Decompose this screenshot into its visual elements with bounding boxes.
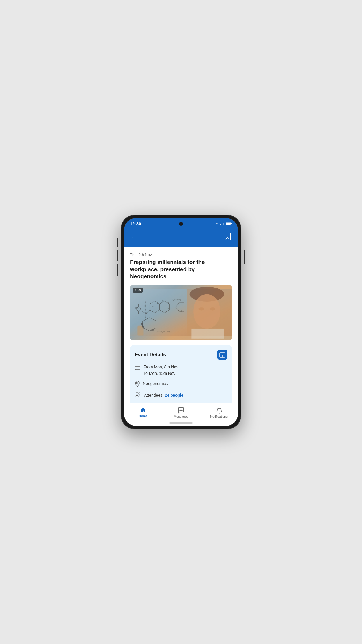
svg-rect-3 bbox=[224, 222, 224, 225]
svg-point-62 bbox=[182, 410, 182, 411]
bookmark-icon bbox=[224, 232, 231, 240]
location-icon bbox=[135, 381, 140, 388]
event-header: Thu, 9th Nov Preparing millennials for t… bbox=[124, 247, 238, 284]
svg-text:NH₂: NH₂ bbox=[180, 310, 184, 313]
svg-rect-6 bbox=[231, 223, 232, 224]
svg-rect-41 bbox=[191, 329, 224, 339]
event-attendees-row: Attendees: 24 people bbox=[135, 392, 227, 399]
home-indicator bbox=[169, 422, 193, 424]
svg-point-59 bbox=[138, 393, 140, 394]
event-dates-text: From Mon, 8th Nov To Mon, 15th Nov bbox=[143, 364, 178, 377]
svg-rect-2 bbox=[223, 223, 224, 225]
svg-text:N: N bbox=[157, 302, 158, 304]
svg-rect-53 bbox=[135, 365, 140, 370]
event-location-text: Neogenomics bbox=[143, 380, 168, 387]
event-date: Thu, 9th Nov bbox=[130, 253, 232, 257]
status-icons bbox=[215, 222, 232, 225]
event-attendees-text: Attendees: 24 people bbox=[144, 392, 183, 398]
event-dates-row: From Mon, 8th Nov To Mon, 15th Nov bbox=[135, 364, 227, 377]
attendees-icon bbox=[135, 392, 141, 399]
svg-rect-5 bbox=[226, 223, 231, 225]
svg-text:OH: OH bbox=[151, 329, 154, 331]
attendees-count: 24 people bbox=[165, 393, 184, 398]
chemistry-overlay: H N H N O O PO₄ O OH O NH₂ bbox=[130, 285, 232, 340]
event-location-row: Neogenomics bbox=[135, 380, 227, 388]
home-icon bbox=[140, 407, 146, 413]
messages-icon bbox=[178, 407, 184, 414]
signal-icon bbox=[220, 222, 224, 225]
wifi-icon bbox=[215, 222, 219, 225]
bookmark-button[interactable] bbox=[223, 231, 232, 243]
event-title: Preparing millennials for the workplace,… bbox=[130, 259, 232, 280]
svg-text:Cytosine: Cytosine bbox=[172, 299, 182, 301]
nav-home-label: Home bbox=[139, 414, 148, 418]
svg-text:H: H bbox=[162, 300, 164, 302]
svg-text:PO₄: PO₄ bbox=[135, 307, 139, 309]
calendar-icon bbox=[135, 364, 140, 371]
back-button[interactable]: ← bbox=[130, 232, 139, 242]
svg-text:2-Deoxy-D-ribose: 2-Deoxy-D-ribose bbox=[144, 301, 147, 320]
svg-point-40 bbox=[210, 307, 215, 310]
svg-text:O: O bbox=[168, 307, 169, 310]
status-time: 12:30 bbox=[130, 221, 141, 226]
svg-point-58 bbox=[136, 393, 138, 395]
event-details-title: Event Details bbox=[135, 352, 166, 358]
notifications-icon bbox=[216, 407, 222, 414]
svg-text:Deoxyribose: Deoxyribose bbox=[157, 331, 170, 333]
svg-point-57 bbox=[137, 382, 138, 384]
event-from-date: From Mon, 8th Nov bbox=[143, 364, 178, 370]
calendar-plus-icon bbox=[219, 352, 225, 358]
svg-text:O: O bbox=[140, 307, 141, 309]
svg-text:H: H bbox=[152, 305, 154, 308]
video-thumbnail[interactable]: H N H N O O PO₄ O OH O NH₂ bbox=[130, 285, 232, 340]
svg-text:N: N bbox=[168, 302, 169, 304]
event-details-card: Event Details bbox=[130, 345, 232, 402]
svg-point-39 bbox=[198, 307, 204, 310]
battery-icon bbox=[226, 222, 232, 225]
video-timestamp: 1:53 bbox=[133, 288, 143, 293]
main-content: Thu, 9th Nov Preparing millennials for t… bbox=[124, 247, 238, 402]
add-to-calendar-button[interactable] bbox=[217, 350, 227, 360]
event-details-header: Event Details bbox=[135, 350, 227, 360]
nav-messages[interactable]: Messages bbox=[162, 405, 200, 420]
svg-point-38 bbox=[193, 294, 220, 329]
nav-notifications-label: Notifications bbox=[210, 415, 228, 418]
nav-notifications[interactable]: Notifications bbox=[200, 405, 238, 420]
svg-rect-0 bbox=[220, 224, 221, 225]
header: ← bbox=[124, 228, 238, 247]
attendees-label: Attendees: bbox=[144, 393, 164, 398]
event-to-date: To Mon, 15th Nov bbox=[143, 370, 178, 377]
svg-rect-1 bbox=[222, 223, 222, 225]
nav-messages-label: Messages bbox=[174, 415, 188, 418]
nav-home[interactable]: Home bbox=[124, 405, 162, 420]
